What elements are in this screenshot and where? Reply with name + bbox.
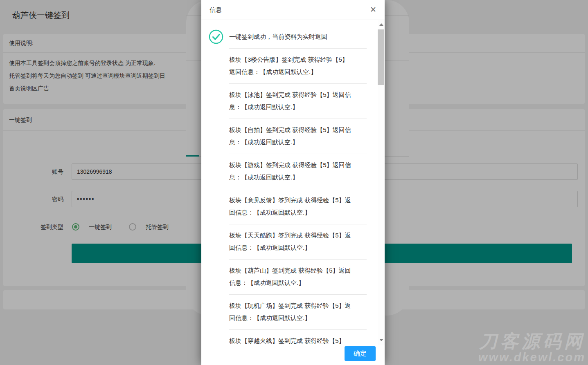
board-result-row: 板块【自拍】签到完成 获得经验【5】返回信息：【成功返回默认空.】	[229, 119, 367, 154]
board-result-row: 板块【葫芦山】签到完成 获得经验【5】返回信息：【成功返回默认空.】	[229, 260, 367, 295]
board-result-row: 板块【玩机广场】签到完成 获得经验【5】返回信息：【成功返回默认空.】	[229, 295, 367, 330]
board-result-text: 板块【泳池】签到完成 获得经验【5】返回信息：【成功返回默认空.】	[229, 89, 352, 113]
board-result-row: 板块【穿越火线】签到完成 获得经验【5】	[229, 330, 367, 345]
board-result-text: 板块【游戏】签到完成 获得经验【5】返回信息：【成功返回默认空.】	[229, 159, 352, 184]
success-message-row: 一键签到成功，当前资料为实时返回	[229, 26, 367, 49]
board-result-text: 板块【天天酷跑】签到完成 获得经验【5】返回信息：【成功返回默认空.】	[229, 229, 352, 254]
board-result-text: 板块【玩机广场】签到完成 获得经验【5】返回信息：【成功返回默认空.】	[229, 300, 352, 324]
board-result-text: 板块【穿越火线】签到完成 获得经验【5】	[229, 335, 352, 345]
board-result-text: 板块【自拍】签到完成 获得经验【5】返回信息：【成功返回默认空.】	[229, 124, 352, 148]
scrollbar-thumb[interactable]	[378, 29, 384, 85]
watermark-site-name: 刀客源码网	[478, 332, 586, 351]
dialog-header: 信息 ✕	[201, 0, 385, 20]
watermark: 刀客源码网 www.dkewl.com	[478, 332, 586, 364]
board-result-text: 板块【意见反馈】签到完成 获得经验【5】返回信息：【成功返回默认空.】	[229, 194, 352, 219]
dialog-title: 信息	[201, 0, 385, 20]
success-message-text: 一键签到成功，当前资料为实时返回	[229, 33, 327, 40]
scrollbar-up-icon[interactable]	[379, 23, 383, 26]
board-result-text: 板块【3楼公告版】签到完成 获得经验【5】返回信息：【成功返回默认空.】	[229, 54, 352, 78]
board-result-text: 板块【葫芦山】签到完成 获得经验【5】返回信息：【成功返回默认空.】	[229, 264, 352, 289]
board-result-row: 板块【游戏】签到完成 获得经验【5】返回信息：【成功返回默认空.】	[229, 154, 367, 189]
board-result-row: 板块【天天酷跑】签到完成 获得经验【5】返回信息：【成功返回默认空.】	[229, 224, 367, 260]
info-dialog: 信息 ✕ 一键签到成功，当前资料为实时返回 板块【3楼公告版】签到完成 获得经验…	[201, 0, 385, 365]
dialog-footer: 确定	[201, 345, 385, 365]
dialog-scrollbar[interactable]	[378, 20, 385, 345]
screen: 葫芦侠一键签到 使用说明: 使用本工具签到会顶掉您之前账号的登录状态 为正常现象…	[0, 0, 588, 365]
dialog-content: 一键签到成功，当前资料为实时返回 板块【3楼公告版】签到完成 获得经验【5】返回…	[201, 20, 385, 345]
close-icon[interactable]: ✕	[368, 0, 378, 20]
board-result-row: 板块【3楼公告版】签到完成 获得经验【5】返回信息：【成功返回默认空.】	[229, 49, 367, 84]
confirm-button[interactable]: 确定	[345, 346, 376, 361]
scrollbar-down-icon[interactable]	[379, 339, 383, 341]
board-result-row: 板块【泳池】签到完成 获得经验【5】返回信息：【成功返回默认空.】	[229, 84, 367, 119]
board-result-row: 板块【意见反馈】签到完成 获得经验【5】返回信息：【成功返回默认空.】	[229, 189, 367, 224]
watermark-url: www.dkewl.com	[478, 351, 586, 364]
check-circle-icon	[209, 29, 223, 44]
